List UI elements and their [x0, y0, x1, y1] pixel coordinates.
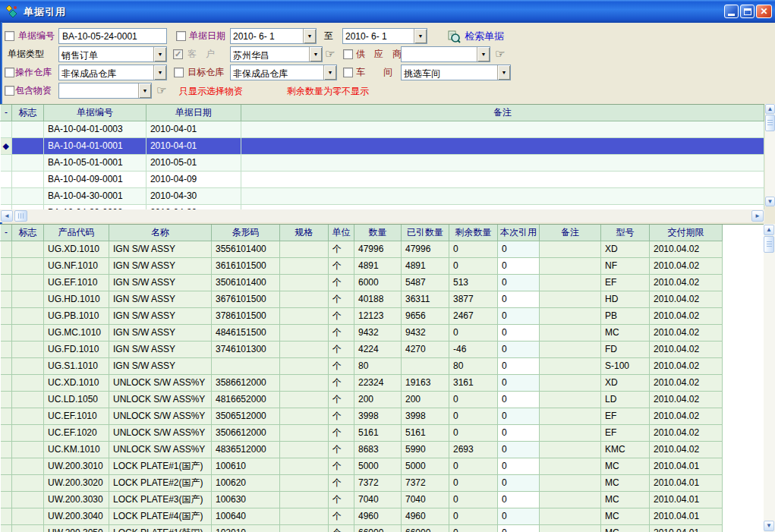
chevron-down-icon[interactable]: ▼: [153, 65, 166, 80]
document-table-vscrollbar[interactable]: ▲ ▼: [765, 104, 775, 206]
current-ref-cell[interactable]: 0: [498, 275, 540, 291]
column-header: -: [1, 105, 12, 121]
table-row[interactable]: UG.EF.1010IGN S/W ASSY3506101400个6000548…: [1, 275, 723, 291]
op-warehouse-checkbox[interactable]: [5, 68, 14, 77]
column-header: 剩余数量: [449, 225, 498, 241]
current-ref-cell[interactable]: 0: [498, 525, 540, 532]
table-row[interactable]: UW.200.3020LOCK PLATE#2(国产)100620个737273…: [1, 475, 723, 492]
column-header: 本次引用: [498, 225, 540, 241]
doc-date-checkbox[interactable]: [176, 31, 186, 41]
op-warehouse-combo[interactable]: 非保成品仓库 ▼: [58, 65, 167, 80]
row-indicator: [1, 408, 12, 425]
table-row[interactable]: ◆BA-10-04-01-00012010-04-01: [1, 138, 764, 155]
doc-no-input[interactable]: [58, 28, 167, 44]
current-ref-cell[interactable]: 0: [498, 291, 540, 308]
supplier-lookup-hand-icon[interactable]: ☞: [495, 48, 505, 59]
minimize-button[interactable]: [724, 5, 739, 18]
doc-date-from-combo[interactable]: 2010- 6- 1 ▼: [230, 28, 317, 44]
scroll-right-button[interactable]: ►: [751, 210, 764, 222]
table-row[interactable]: UG.MC.1010IGN S/W ASSY4846151500个9432943…: [1, 325, 723, 342]
current-ref-cell[interactable]: 0: [498, 308, 540, 325]
table-row[interactable]: BA-10-04-09-00012010-04-09: [1, 172, 764, 188]
table-row[interactable]: UW.200.3010LOCK PLATE#1(国产)100610个500050…: [1, 458, 723, 475]
include-material-checkbox[interactable]: [5, 86, 14, 96]
current-ref-cell[interactable]: 0: [498, 342, 540, 358]
table-cell: UG.S1.1010: [44, 358, 109, 375]
chevron-down-icon[interactable]: ▼: [309, 47, 322, 61]
current-ref-cell[interactable]: 0: [498, 358, 540, 375]
workshop-combo[interactable]: 挑选车间 ▼: [401, 65, 511, 80]
item-table-vscrollbar[interactable]: ▲ ▼: [764, 224, 775, 532]
maximize-button[interactable]: [740, 5, 755, 18]
document-table-hscrollbar[interactable]: ◄ ►: [0, 209, 764, 222]
table-row[interactable]: UW.200.3030LOCK PLATE#3(国产)100630个704070…: [1, 492, 723, 508]
table-cell: 4960: [354, 508, 402, 525]
workshop-checkbox[interactable]: [343, 68, 353, 77]
close-button[interactable]: ✕: [756, 5, 772, 18]
chevron-down-icon[interactable]: ▼: [477, 47, 490, 61]
table-cell: BA-10-05-01-0001: [43, 155, 146, 172]
row-indicator: [1, 325, 12, 342]
chevron-down-icon[interactable]: ▼: [138, 83, 151, 98]
table-row[interactable]: UG.S1.1010IGN S/W ASSY个80800S-1002010.04…: [1, 358, 723, 375]
current-ref-cell[interactable]: 0: [498, 475, 540, 492]
scroll-thumb[interactable]: [14, 210, 27, 222]
table-row[interactable]: UC.EF.1010UNLOCK S/W ASS%Y3506512000个399…: [1, 408, 723, 425]
customer-lookup-hand-icon[interactable]: ☞: [325, 48, 335, 59]
search-documents-button[interactable]: 检索单据: [448, 28, 504, 45]
scroll-up-button[interactable]: ▲: [764, 225, 774, 235]
scroll-thumb[interactable]: [764, 236, 774, 253]
table-row[interactable]: UW.200.3040LOCK PLATE#4(国产)100640个496049…: [1, 508, 723, 525]
scroll-down-button[interactable]: ▼: [764, 521, 774, 531]
table-row[interactable]: UC.XD.1010UNLOCK S/W ASS%Y3586612000个223…: [1, 375, 723, 392]
current-ref-cell[interactable]: 0: [498, 425, 540, 442]
include-material-combo[interactable]: ▼: [58, 83, 152, 99]
target-warehouse-combo[interactable]: 非保成品仓库 ▼: [230, 65, 337, 80]
doc-type-combo[interactable]: 销售订单 ▼: [58, 46, 167, 62]
supplier-checkbox[interactable]: [343, 49, 353, 59]
table-cell: MC: [601, 325, 650, 342]
chevron-down-icon[interactable]: ▼: [303, 29, 316, 43]
doc-date-to-combo[interactable]: 2010- 6- 1 ▼: [342, 28, 427, 44]
column-header: 条形码: [212, 225, 280, 241]
material-lookup-hand-icon[interactable]: ☞: [156, 84, 166, 96]
current-ref-cell[interactable]: 0: [498, 392, 540, 408]
table-row[interactable]: UC.KM.1010UNLOCK S/W ASS%Y4836512000个868…: [1, 442, 723, 458]
supplier-combo[interactable]: ▼: [401, 46, 490, 62]
current-ref-cell[interactable]: 0: [498, 492, 540, 508]
current-ref-cell[interactable]: 0: [498, 375, 540, 392]
table-row[interactable]: UG.NF.1010IGN S/W ASSY3616101500个4891489…: [1, 258, 723, 275]
table-row[interactable]: BA-10-04-01-00032010-04-01: [1, 121, 764, 138]
table-row[interactable]: UC.LD.1050UNLOCK S/W ASS%Y4816652000个200…: [1, 392, 723, 408]
table-row[interactable]: UG.HD.1010IGN S/W ASSY3676101500个4018836…: [1, 291, 723, 308]
current-ref-cell[interactable]: 0: [498, 508, 540, 525]
item-table: -标志产品代码名称条形码规格单位数量已引数量剩余数量本次引用备注型号交付期限UG…: [0, 224, 764, 532]
scroll-down-button[interactable]: ▼: [765, 197, 775, 206]
scroll-up-button[interactable]: ▲: [765, 104, 775, 114]
table-cell: IGN S/W ASSY: [109, 358, 212, 375]
current-ref-cell[interactable]: 0: [498, 458, 540, 475]
table-row[interactable]: BA-10-05-01-00012010-05-01: [1, 155, 764, 172]
table-row[interactable]: BA-10-04-30-00012010-04-30: [1, 188, 764, 205]
current-ref-cell[interactable]: 0: [498, 325, 540, 342]
current-ref-cell[interactable]: 0: [498, 258, 540, 275]
table-row[interactable]: UG.FD.1010IGN S/W ASSY3746101300个4224427…: [1, 342, 723, 358]
chevron-down-icon[interactable]: ▼: [414, 29, 427, 43]
scroll-thumb[interactable]: [765, 115, 775, 131]
current-ref-cell[interactable]: 0: [498, 442, 540, 458]
table-row[interactable]: UG.PB.1010IGN S/W ASSY3786101500个1212396…: [1, 308, 723, 325]
table-row[interactable]: UG.XD.1010IGN S/W ASSY3556101400个4799647…: [1, 241, 723, 258]
scroll-left-button[interactable]: ◄: [1, 210, 13, 222]
doc-no-checkbox[interactable]: [5, 31, 14, 41]
chevron-down-icon[interactable]: ▼: [497, 65, 510, 80]
table-cell: UG.NF.1010: [44, 258, 109, 275]
target-warehouse-checkbox[interactable]: [174, 68, 184, 77]
chevron-down-icon[interactable]: ▼: [153, 47, 166, 61]
table-row[interactable]: UC.EF.1020UNLOCK S/W ASS%Y3506612000个516…: [1, 425, 723, 442]
table-row[interactable]: UW.200.3050LOCK PLATE#1(韩国)102010个660006…: [1, 525, 723, 532]
chevron-down-icon[interactable]: ▼: [323, 65, 336, 80]
customer-combo[interactable]: 苏州华昌 ▼: [230, 46, 323, 62]
current-ref-cell[interactable]: 0: [498, 241, 540, 258]
current-ref-cell[interactable]: 0: [498, 408, 540, 425]
scroll-left-icon: ◄: [4, 213, 10, 219]
